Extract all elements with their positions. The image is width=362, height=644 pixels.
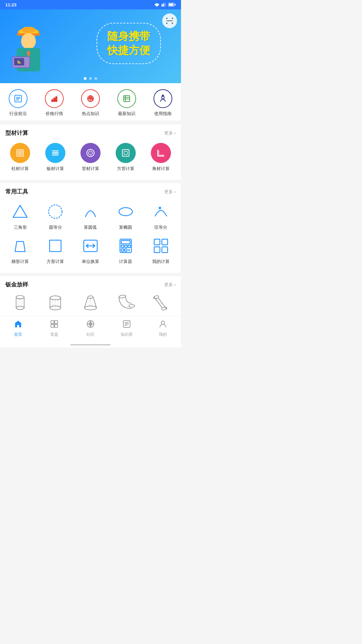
abacus-nav-icon <box>50 320 59 330</box>
banner-dot-2[interactable] <box>89 77 92 80</box>
icon-item-triangle[interactable]: 三角形 <box>3 199 38 233</box>
svg-rect-3 <box>166 3 166 7</box>
board-label: 板材计算 <box>47 166 64 172</box>
svg-line-99 <box>90 297 92 308</box>
abacus-nav-label: 算盘 <box>50 332 58 337</box>
banner: 📐 随身携带 快捷方便 <box>0 9 181 83</box>
svg-marker-63 <box>15 241 25 252</box>
home-nav-icon <box>14 320 22 330</box>
banner-dot-3[interactable] <box>95 77 97 80</box>
bottom-nav: 首页 算盘 社区 <box>0 316 181 342</box>
nav-item-community[interactable]: 社区 <box>77 320 104 337</box>
nav-item-mine[interactable]: 我的 <box>149 320 176 337</box>
profile-section-header: 型材计算 更多 › <box>0 124 181 140</box>
mycalc-label: 我的计算 <box>152 259 170 265</box>
square-label: 方形计算 <box>47 259 64 265</box>
banner-dots <box>84 77 97 80</box>
tools-section: 常用工具 更多 › 三角形 圆等分 <box>0 183 181 273</box>
tools-icon-grid: 三角形 圆等分 算圆弧 <box>0 199 181 273</box>
icon-item-square[interactable]: 方形计算 <box>38 233 73 267</box>
newknowledge-icon <box>117 89 136 108</box>
sheet-item-3[interactable] <box>76 293 105 312</box>
icon-item-arc[interactable]: 算圆弧 <box>73 199 108 233</box>
sheet-icon-4 <box>116 293 135 312</box>
quick-item-hotknowledge[interactable]: 热点知识 <box>77 89 104 117</box>
sheetmetal-preview <box>0 292 181 316</box>
svg-rect-10 <box>22 27 35 33</box>
knowledge-nav-icon <box>122 320 131 330</box>
square-icon <box>45 236 65 256</box>
price-label: 价格行情 <box>46 111 63 117</box>
sheetmetal-section-more[interactable]: 更多 › <box>164 282 176 288</box>
svg-rect-6 <box>175 4 176 5</box>
icon-item-ellipse[interactable]: 算椭圆 <box>108 199 143 233</box>
tools-section-more[interactable]: 更多 › <box>164 189 176 195</box>
quick-item-price[interactable]: 价格行情 <box>41 89 68 117</box>
nav-item-knowledge[interactable]: 知识库 <box>113 320 140 337</box>
home-nav-label: 首页 <box>14 332 22 337</box>
svg-rect-72 <box>121 249 124 251</box>
banner-line2: 快捷方便 <box>107 44 150 58</box>
icon-item-angle[interactable]: 角材计算 <box>146 140 176 174</box>
nav-item-home[interactable]: 首页 <box>5 320 32 337</box>
sheetmetal-section: 钣金放样 更多 › <box>0 276 181 316</box>
quick-item-newknowledge[interactable]: 最新知识 <box>113 89 140 117</box>
svg-rect-30 <box>92 98 93 100</box>
quick-item-guide[interactable]: 使用指南 <box>149 89 176 117</box>
svg-rect-25 <box>56 97 57 102</box>
profile-section-more[interactable]: 更多 › <box>164 130 176 136</box>
svg-rect-23 <box>52 100 53 102</box>
sheet-item-1[interactable] <box>6 293 35 312</box>
sheet-item-4[interactable] <box>111 293 140 312</box>
industry-icon <box>9 89 27 108</box>
svg-rect-110 <box>51 324 54 327</box>
svg-rect-76 <box>154 239 160 245</box>
triangle-icon <box>10 202 30 222</box>
svg-point-61 <box>119 208 132 216</box>
icon-item-pipe[interactable]: 管材计算 <box>75 140 106 174</box>
sheet-icon-3 <box>81 293 100 312</box>
svg-rect-79 <box>162 247 168 253</box>
icon-item-squarepipe[interactable]: 方管计算 <box>111 140 141 174</box>
icon-item-chorddiv[interactable]: 弦等分 <box>143 199 178 233</box>
svg-rect-73 <box>125 249 127 251</box>
svg-rect-71 <box>128 245 130 248</box>
sheet-icon-1 <box>11 293 29 312</box>
quick-item-industry[interactable]: 行业前沿 <box>5 89 32 117</box>
svg-rect-0 <box>162 4 163 7</box>
icon-item-unitconv[interactable]: 单位换算 <box>73 233 108 267</box>
svg-rect-64 <box>50 240 61 252</box>
svg-point-55 <box>120 148 131 158</box>
community-nav-label: 社区 <box>86 332 95 337</box>
community-nav-icon <box>86 320 95 330</box>
nav-item-abacus[interactable]: 算盘 <box>41 320 68 337</box>
svg-point-118 <box>161 321 165 324</box>
icon-item-board[interactable]: 板材计算 <box>40 140 70 174</box>
sheet-item-5[interactable] <box>146 293 175 312</box>
unitconv-label: 单位换算 <box>82 259 99 265</box>
svg-text:📐: 📐 <box>17 59 22 64</box>
newknowledge-label: 最新知识 <box>118 111 135 117</box>
banner-line1: 随身携带 <box>107 30 150 44</box>
svg-rect-68 <box>121 240 130 244</box>
ellipse-icon <box>116 202 136 222</box>
svg-point-101 <box>129 305 135 307</box>
icon-item-mycalc[interactable]: 我的计算 <box>143 233 178 267</box>
svg-marker-59 <box>13 205 27 217</box>
guide-icon <box>154 89 172 108</box>
sheet-item-2[interactable] <box>41 293 70 312</box>
svg-point-95 <box>84 306 97 310</box>
icon-item-calculator[interactable]: 计算器 <box>108 233 143 267</box>
mine-nav-icon <box>159 320 167 330</box>
icon-item-circlediv[interactable]: 圆等分 <box>38 199 73 233</box>
circlediv-icon <box>45 202 65 222</box>
ellipse-label: 算椭圆 <box>119 224 132 230</box>
icon-item-column[interactable]: 柱材计算 <box>5 140 35 174</box>
scan-button[interactable] <box>162 13 177 28</box>
icon-item-trapezoid[interactable]: 梯形计算 <box>3 233 38 267</box>
sheet-icon-2 <box>46 293 65 312</box>
svg-rect-108 <box>51 321 54 324</box>
banner-dot-1[interactable] <box>84 77 86 80</box>
svg-rect-5 <box>169 4 174 6</box>
svg-rect-62 <box>159 207 161 209</box>
